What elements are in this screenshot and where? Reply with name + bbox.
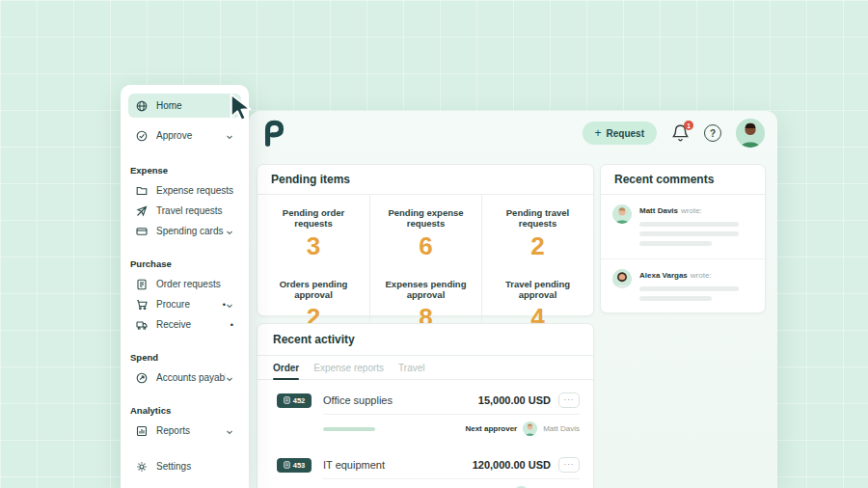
sidebar-item-settings[interactable]: Settings (128, 456, 241, 476)
tab-order[interactable]: Order (273, 356, 299, 379)
cart-icon (136, 299, 148, 311)
invoice-icon (136, 279, 148, 290)
sidebar-item-spending-cards[interactable]: Spending cards (128, 221, 241, 241)
request-id: 452 (293, 396, 306, 405)
activity-item-amount: 15,000.00 USD (478, 394, 551, 406)
request-button[interactable]: + Request (583, 122, 657, 145)
payhawk-logo (262, 120, 287, 147)
comment-item[interactable]: Alexa Vargaswrote: (601, 259, 765, 313)
folder-icon (136, 185, 148, 197)
sidebar-item-procure[interactable]: Procure • (128, 294, 241, 314)
activity-item-amount: 120,000.00 USD (473, 459, 551, 471)
top-bar-actions: + Request 1 ? (583, 119, 765, 148)
plus-icon: + (595, 127, 602, 139)
tab-expense-reports[interactable]: Expense reports (313, 356, 384, 379)
sidebar-item-approve[interactable]: Approve (128, 123, 241, 148)
document-icon (284, 396, 290, 404)
row-menu-button[interactable]: ··· (558, 457, 580, 473)
commenter-avatar (612, 269, 632, 288)
activity-tabs: Order Expense reports Travel (258, 356, 593, 380)
stat-label: Orders pending approval (263, 279, 364, 300)
sidebar: Home Approve Expense Expense requests Tr… (121, 85, 249, 488)
question-mark-icon: ? (710, 128, 716, 139)
stat-pending-expense-requests[interactable]: Pending expense requests 6 (369, 195, 481, 266)
sidebar-section-title: Analytics (130, 405, 239, 416)
sidebar-item-label: Receive (156, 319, 228, 330)
pending-items-title: Pending items (258, 165, 593, 195)
chevron-down-icon (226, 427, 233, 435)
stat-value: 2 (488, 232, 587, 260)
notification-dot: • (231, 320, 233, 330)
activity-item-title: IT equipment (323, 459, 385, 471)
comment-item[interactable]: Matt Daviswrote: (601, 195, 765, 259)
comment-action: wrote: (681, 206, 702, 215)
commenter-avatar (612, 204, 632, 224)
document-icon (284, 461, 290, 469)
sidebar-section-title: Spend (130, 352, 239, 363)
sidebar-item-label: Home (156, 100, 233, 111)
sidebar-item-label: Procure (156, 299, 220, 310)
sidebar-item-travel-requests[interactable]: Travel requests (128, 201, 241, 221)
sidebar-item-expense-requests[interactable]: Expense requests (128, 180, 241, 201)
sidebar-item-label: Approve (156, 130, 226, 141)
request-id-badge: 452 (277, 393, 312, 408)
stat-label: Pending order requests (263, 207, 364, 229)
approver-avatar (523, 421, 537, 436)
truck-icon (136, 319, 148, 331)
comment-skeleton-line (639, 241, 712, 246)
comment-skeleton-line (639, 222, 739, 227)
recent-comments-title: Recent comments (601, 165, 765, 195)
next-approver-label: Next approver (465, 424, 517, 433)
help-button[interactable]: ? (704, 124, 721, 142)
payment-circle-icon (136, 372, 148, 384)
top-bar: + Request 1 ? (249, 111, 777, 155)
activity-item-title: Office supplies (323, 394, 393, 406)
row-divider (323, 414, 580, 415)
check-circle-icon (136, 130, 148, 142)
comment-skeleton-line (639, 286, 739, 291)
activity-row[interactable]: 453 IT equipment 120,000.00 USD ··· Next… (258, 445, 593, 488)
chevron-down-icon (226, 301, 233, 309)
recent-activity-card: Recent activity Order Expense reports Tr… (257, 323, 594, 488)
comment-author: Alexa Vargas (639, 271, 688, 280)
row-menu-button[interactable]: ··· (558, 393, 580, 408)
stat-pending-order-requests[interactable]: Pending order requests 3 (258, 195, 369, 266)
sidebar-item-label: Accounts payable (156, 372, 226, 383)
report-icon (136, 425, 148, 437)
tab-travel[interactable]: Travel (398, 356, 424, 379)
stat-value: 3 (263, 232, 364, 260)
progress-bar (323, 427, 375, 431)
request-id-badge: 453 (277, 458, 312, 473)
sidebar-section-title: Purchase (130, 258, 239, 269)
stat-label: Expenses pending approval (376, 279, 475, 300)
sidebar-item-label: Settings (156, 461, 233, 472)
recent-activity-title: Recent activity (258, 324, 593, 356)
sidebar-item-reports[interactable]: Reports (128, 420, 241, 441)
comment-skeleton-line (639, 231, 739, 236)
user-avatar[interactable] (736, 119, 765, 148)
sidebar-item-home[interactable]: Home (128, 94, 241, 118)
sidebar-item-label: Expense requests (156, 185, 233, 196)
row-divider (323, 478, 580, 479)
notification-count-badge: 1 (684, 121, 693, 130)
sidebar-item-order-requests[interactable]: Order requests (128, 274, 241, 294)
chevron-down-icon (226, 132, 233, 140)
chevron-down-icon (226, 228, 233, 235)
chevron-down-icon (226, 374, 233, 382)
plane-icon (136, 205, 148, 217)
main-panel: + Request 1 ? (249, 111, 777, 488)
comment-author: Matt Davis (639, 206, 678, 215)
sidebar-item-receive[interactable]: Receive • (128, 314, 241, 335)
approver-name: Matt Davis (543, 424, 580, 433)
sidebar-item-label: Order requests (156, 279, 233, 289)
pending-items-card: Pending items Pending order requests 3 P… (257, 164, 594, 316)
request-button-label: Request (607, 128, 644, 139)
sidebar-item-label: Reports (156, 425, 226, 436)
stat-pending-travel-requests[interactable]: Pending travel requests 2 (481, 195, 593, 266)
stat-value: 6 (376, 232, 475, 260)
sidebar-section-title: Expense (130, 165, 239, 176)
activity-row[interactable]: 452 Office supplies 15,000.00 USD ··· Ne… (258, 380, 593, 445)
notifications-button[interactable]: 1 (671, 123, 690, 143)
credit-card-icon (136, 226, 148, 237)
sidebar-item-accounts-payable[interactable]: Accounts payable (128, 367, 241, 388)
